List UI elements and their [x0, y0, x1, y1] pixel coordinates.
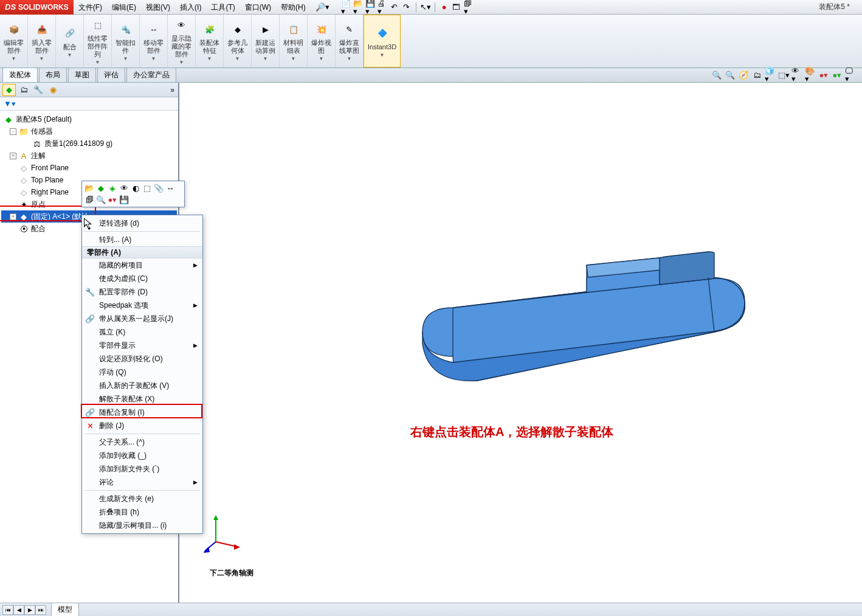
fm-config-icon[interactable]: 🔧 [32, 84, 45, 96]
ribbon-线性零部件阵列[interactable]: ⬚线性零 部件阵 列▼ [84, 15, 112, 67]
ctx-component-display[interactable]: 零部件显示▶ [82, 339, 202, 352]
menu-tools[interactable]: 工具(T) [206, 0, 240, 15]
capture-icon[interactable]: 🖵▾ [845, 69, 856, 80]
nav-last-icon[interactable]: ⏭ [35, 605, 46, 615]
tab-evaluate[interactable]: 评估 [97, 67, 125, 82]
ctx-hidden-tree-items[interactable]: 隐藏的树项目▶ [82, 258, 202, 272]
ctx-invert-selection[interactable]: 逆转选择 (d) [82, 216, 202, 230]
collapse-icon[interactable]: » [170, 86, 174, 94]
redo-icon[interactable]: ↷ [401, 2, 412, 13]
prev-view-icon[interactable]: 🧭 [738, 69, 749, 80]
open-icon[interactable]: 📂▾ [353, 2, 364, 13]
ctx-set-lightweight[interactable]: 设定还原到轻化 (O) [82, 352, 202, 365]
ribbon-材料明细表[interactable]: 📋材料明 细表▼ [280, 15, 308, 67]
ribbon-配合[interactable]: 🔗配合▼ [56, 15, 84, 67]
ctx-add-favorites[interactable]: 添加到收藏 (_) [82, 449, 202, 462]
nav-next-icon[interactable]: ▶ [24, 605, 35, 615]
tree-front-plane[interactable]: ◇Front Plane [1, 162, 177, 174]
ctx-hide-icon[interactable]: 👁 [119, 183, 129, 193]
menu-insert[interactable]: 插入(I) [175, 0, 206, 15]
ctx-suppress-icon[interactable]: ⬚ [142, 183, 152, 193]
display-style-icon[interactable]: ⬚▾ [778, 69, 789, 80]
ctx-edit2-icon[interactable]: ◈ [108, 183, 117, 193]
menu-window[interactable]: 窗口(W) [240, 0, 276, 15]
view-orient-icon[interactable]: 🧊▾ [765, 69, 776, 80]
ctx-edit-icon[interactable]: ◆ [96, 183, 106, 193]
menu-view[interactable]: 视图(V) [141, 0, 175, 15]
tree-filter[interactable]: ▼▾ [0, 97, 178, 111]
zoom-area-icon[interactable]: 🔍 [725, 69, 736, 80]
tree-mass[interactable]: ⚖质量1(269.141809 g) [1, 137, 177, 150]
ribbon-智能扣件[interactable]: 🔩智能扣 件▼ [112, 15, 140, 67]
ctx-float[interactable]: 浮动 (Q) [82, 365, 202, 379]
undo-icon[interactable]: ↶ [389, 2, 400, 13]
ctx-parent-child[interactable]: 父子关系... (^) [82, 435, 202, 449]
ribbon-编辑零部件[interactable]: 📦编辑零 部件▼ [0, 15, 28, 67]
ribbon-爆炸视图[interactable]: 💥爆炸视 图▼ [308, 15, 336, 67]
ribbon-装配体特征[interactable]: 🧩装配体 特征▼ [196, 15, 224, 67]
settings-icon[interactable]: 🗐▾ [463, 2, 474, 13]
nav-first-icon[interactable]: ⏮ [2, 605, 13, 615]
ctx-zoom-icon[interactable]: 🔍 [96, 195, 106, 204]
tab-assembly[interactable]: 装配体 [2, 67, 38, 82]
tab-sketch[interactable]: 草图 [68, 67, 96, 82]
ribbon-新建运动算例[interactable]: ▶新建运 动算例▼ [252, 15, 280, 67]
menu-edit[interactable]: 编辑(E) [107, 0, 141, 15]
hide-show-icon[interactable]: 👁▾ [791, 69, 802, 80]
cursor-icon [84, 218, 95, 231]
fm-dim-icon[interactable]: ◉ [46, 84, 60, 96]
tab-office[interactable]: 办公室产品 [126, 67, 176, 82]
ribbon-Instant3D[interactable]: 🔷Instant3D▼ [364, 15, 401, 67]
fm-tree-icon[interactable]: ◆ [2, 84, 16, 96]
fm-property-icon[interactable]: 🗂 [17, 84, 30, 96]
ctx-appear-icon[interactable]: ●▾ [108, 195, 117, 204]
ctx-hide-show-tree[interactable]: 隐藏/显示树项目... (i) [82, 519, 202, 532]
ctx-speedpak[interactable]: Speedpak 选项▶ [82, 299, 202, 312]
new-icon[interactable]: 📄▾ [340, 2, 351, 13]
ctx-isolate[interactable]: 孤立 (K) [82, 325, 202, 339]
ctx-dissolve-subassembly[interactable]: 解散子装配体 (X) [82, 392, 202, 406]
ctx-goto[interactable]: 转到... (A) [82, 233, 202, 246]
ctx-comments[interactable]: 评论▶ [82, 476, 202, 489]
ctx-move-icon[interactable]: ↔ [165, 183, 175, 193]
tree-sensors[interactable]: -📁传感器 [1, 125, 177, 137]
ribbon-爆炸直线草图[interactable]: ✎爆炸直 线草图▼ [336, 15, 364, 67]
ribbon-插入零部件[interactable]: 📥插入零 部件▼ [28, 15, 56, 67]
ribbon-显示隐藏的零部件[interactable]: 👁显示隐 藏的零 部件▼ [168, 15, 196, 67]
ctx-create-folder[interactable]: 生成新文件夹 (e) [82, 492, 202, 505]
ctx-fix-icon[interactable]: 📎 [154, 183, 164, 193]
ctx-configure-component[interactable]: 🔧配置零部件 (D) [82, 285, 202, 299]
tab-layout[interactable]: 布局 [39, 67, 67, 82]
ctx-add-to-folder[interactable]: 添加到新文件夹 (`) [82, 462, 202, 476]
ribbon-参考几何体[interactable]: ◆参考几 何体▼ [224, 15, 252, 67]
scene-icon[interactable]: 🎨▾ [805, 69, 816, 80]
ctx-transp-icon[interactable]: ◐ [131, 183, 140, 193]
menu-search-icon[interactable]: 🔎▾ [311, 0, 334, 15]
zoom-fit-icon[interactable]: 🔍 [711, 69, 722, 80]
graphics-viewport[interactable]: 右键点击装配体A，选择解散子装配体 下二等角轴测 [179, 83, 862, 603]
ctx-show-with-dependents[interactable]: 🔗带从属关系一起显示(J) [82, 312, 202, 325]
appearance-icon[interactable]: ●▾ [818, 69, 829, 80]
ctx-delete[interactable]: ✕删除 (J) [82, 419, 202, 432]
ctx-insert-subassembly[interactable]: 插入新的子装配体 (V) [82, 379, 202, 392]
section-icon[interactable]: 🗂 [751, 69, 762, 80]
options-icon[interactable]: 🗔 [451, 2, 462, 13]
tree-root[interactable]: ◆装配体5 (Default) [1, 113, 177, 125]
render-icon[interactable]: ●▾ [832, 69, 843, 80]
menu-help[interactable]: 帮助(H) [276, 0, 311, 15]
tree-annotations[interactable]: +A注解 [1, 150, 177, 162]
ctx-open-icon[interactable]: 📂 [84, 183, 94, 193]
ribbon-移动零部件[interactable]: ↔移动零 部件▼ [140, 15, 168, 67]
ctx-copy-icon[interactable]: 🗐 [84, 195, 94, 204]
select-icon[interactable]: ↖▾ [420, 2, 431, 13]
nav-prev-icon[interactable]: ◀ [13, 605, 24, 615]
ctx-make-virtual[interactable]: 使成为虚拟 (C) [82, 272, 202, 285]
menu-file[interactable]: 文件(F) [74, 0, 107, 15]
ctx-save-icon[interactable]: 💾 [119, 195, 129, 204]
ctx-copy-with-mates[interactable]: 🔗随配合复制 (I) [82, 406, 202, 419]
bottom-tab-model[interactable]: 模型 [51, 603, 79, 616]
print-icon[interactable]: 🖨▾ [377, 2, 388, 13]
save-icon[interactable]: 💾▾ [365, 2, 376, 13]
rebuild-icon[interactable]: ● [439, 2, 450, 13]
ctx-collapse-items[interactable]: 折叠项目 (h) [82, 505, 202, 519]
